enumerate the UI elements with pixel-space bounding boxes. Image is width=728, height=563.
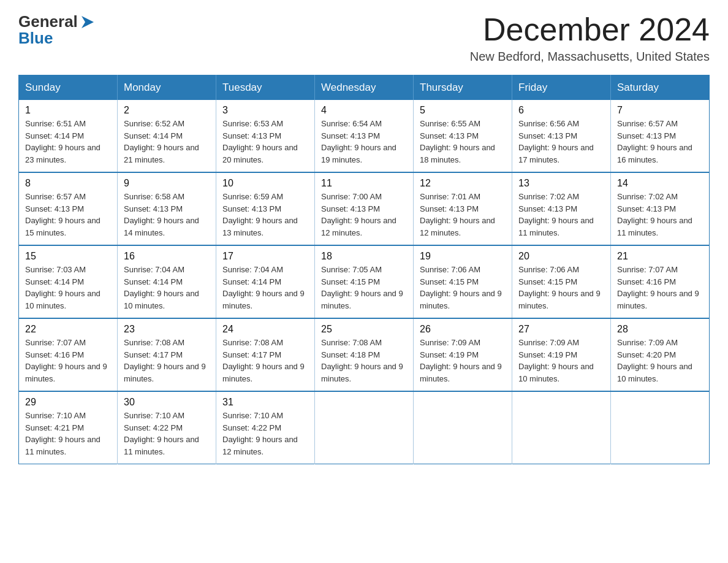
day-info: Sunrise: 6:58 AMSunset: 4:13 PMDaylight:…: [124, 191, 210, 239]
logo-text-blue: Blue: [18, 29, 53, 48]
page-title: December 2024: [470, 12, 710, 47]
calendar-day-cell: 7Sunrise: 6:57 AMSunset: 4:13 PMDaylight…: [611, 100, 710, 172]
day-number: 6: [518, 105, 604, 116]
day-info: Sunrise: 7:10 AMSunset: 4:22 PMDaylight:…: [222, 410, 308, 458]
calendar-day-cell: 10Sunrise: 6:59 AMSunset: 4:13 PMDayligh…: [216, 172, 315, 245]
calendar-week-row: 1Sunrise: 6:51 AMSunset: 4:14 PMDaylight…: [19, 100, 710, 172]
calendar-week-row: 15Sunrise: 7:03 AMSunset: 4:14 PMDayligh…: [19, 245, 710, 318]
day-number: 24: [222, 324, 308, 335]
calendar-day-cell: 4Sunrise: 6:54 AMSunset: 4:13 PMDaylight…: [315, 100, 414, 172]
day-info: Sunrise: 7:10 AMSunset: 4:21 PMDaylight:…: [25, 410, 111, 458]
day-number: 15: [25, 251, 111, 262]
day-number: 23: [124, 324, 210, 335]
day-number: 22: [25, 324, 111, 335]
svg-marker-0: [82, 16, 94, 28]
day-number: 14: [617, 178, 703, 189]
day-info: Sunrise: 6:54 AMSunset: 4:13 PMDaylight:…: [321, 118, 407, 166]
calendar-day-cell: 24Sunrise: 7:08 AMSunset: 4:17 PMDayligh…: [216, 318, 315, 391]
day-number: 16: [124, 251, 210, 262]
day-info: Sunrise: 7:07 AMSunset: 4:16 PMDaylight:…: [617, 264, 703, 312]
calendar-day-cell: [611, 391, 710, 464]
calendar-day-cell: 30Sunrise: 7:10 AMSunset: 4:22 PMDayligh…: [118, 391, 216, 464]
day-number: 12: [420, 178, 506, 189]
calendar-day-cell: 13Sunrise: 7:02 AMSunset: 4:13 PMDayligh…: [512, 172, 611, 245]
day-number: 19: [420, 251, 506, 262]
day-info: Sunrise: 7:02 AMSunset: 4:13 PMDaylight:…: [617, 191, 703, 239]
day-info: Sunrise: 6:53 AMSunset: 4:13 PMDaylight:…: [222, 118, 308, 166]
day-info: Sunrise: 7:03 AMSunset: 4:14 PMDaylight:…: [25, 264, 111, 312]
calendar-day-cell: 9Sunrise: 6:58 AMSunset: 4:13 PMDaylight…: [118, 172, 216, 245]
day-info: Sunrise: 7:09 AMSunset: 4:19 PMDaylight:…: [518, 337, 604, 385]
calendar-day-cell: 18Sunrise: 7:05 AMSunset: 4:15 PMDayligh…: [315, 245, 414, 318]
weekday-header-tuesday: Tuesday: [216, 75, 315, 101]
day-number: 9: [124, 178, 210, 189]
calendar-day-cell: 15Sunrise: 7:03 AMSunset: 4:14 PMDayligh…: [19, 245, 118, 318]
day-info: Sunrise: 7:04 AMSunset: 4:14 PMDaylight:…: [124, 264, 210, 312]
calendar-day-cell: 2Sunrise: 6:52 AMSunset: 4:14 PMDaylight…: [118, 100, 216, 172]
weekday-header-saturday: Saturday: [611, 75, 710, 101]
weekday-header-wednesday: Wednesday: [315, 75, 414, 101]
calendar-day-cell: 6Sunrise: 6:56 AMSunset: 4:13 PMDaylight…: [512, 100, 611, 172]
day-number: 31: [222, 397, 308, 408]
day-info: Sunrise: 6:52 AMSunset: 4:14 PMDaylight:…: [124, 118, 210, 166]
day-info: Sunrise: 7:05 AMSunset: 4:15 PMDaylight:…: [321, 264, 407, 312]
calendar-day-cell: [414, 391, 512, 464]
calendar-day-cell: 20Sunrise: 7:06 AMSunset: 4:15 PMDayligh…: [512, 245, 611, 318]
calendar-table: SundayMondayTuesdayWednesdayThursdayFrid…: [18, 75, 710, 464]
calendar-day-cell: 27Sunrise: 7:09 AMSunset: 4:19 PMDayligh…: [512, 318, 611, 391]
day-number: 26: [420, 324, 506, 335]
day-number: 29: [25, 397, 111, 408]
calendar-day-cell: 19Sunrise: 7:06 AMSunset: 4:15 PMDayligh…: [414, 245, 512, 318]
calendar-day-cell: 29Sunrise: 7:10 AMSunset: 4:21 PMDayligh…: [19, 391, 118, 464]
calendar-day-cell: 31Sunrise: 7:10 AMSunset: 4:22 PMDayligh…: [216, 391, 315, 464]
day-number: 10: [222, 178, 308, 189]
weekday-header-sunday: Sunday: [19, 75, 118, 101]
calendar-day-cell: 16Sunrise: 7:04 AMSunset: 4:14 PMDayligh…: [118, 245, 216, 318]
day-number: 13: [518, 178, 604, 189]
calendar-day-cell: 14Sunrise: 7:02 AMSunset: 4:13 PMDayligh…: [611, 172, 710, 245]
weekday-header-monday: Monday: [118, 75, 216, 101]
day-number: 25: [321, 324, 407, 335]
day-number: 8: [25, 178, 111, 189]
calendar-day-cell: 23Sunrise: 7:08 AMSunset: 4:17 PMDayligh…: [118, 318, 216, 391]
day-info: Sunrise: 7:07 AMSunset: 4:16 PMDaylight:…: [25, 337, 111, 385]
day-info: Sunrise: 7:08 AMSunset: 4:18 PMDaylight:…: [321, 337, 407, 385]
day-number: 2: [124, 105, 210, 116]
day-info: Sunrise: 7:00 AMSunset: 4:13 PMDaylight:…: [321, 191, 407, 239]
day-number: 17: [222, 251, 308, 262]
calendar-week-row: 22Sunrise: 7:07 AMSunset: 4:16 PMDayligh…: [19, 318, 710, 391]
calendar-week-row: 29Sunrise: 7:10 AMSunset: 4:21 PMDayligh…: [19, 391, 710, 464]
calendar-day-cell: 11Sunrise: 7:00 AMSunset: 4:13 PMDayligh…: [315, 172, 414, 245]
calendar-day-cell: 21Sunrise: 7:07 AMSunset: 4:16 PMDayligh…: [611, 245, 710, 318]
day-info: Sunrise: 7:08 AMSunset: 4:17 PMDaylight:…: [124, 337, 210, 385]
weekday-header-friday: Friday: [512, 75, 611, 101]
title-area: December 2024 New Bedford, Massachusetts…: [470, 12, 710, 64]
calendar-day-cell: 5Sunrise: 6:55 AMSunset: 4:13 PMDaylight…: [414, 100, 512, 172]
day-number: 30: [124, 397, 210, 408]
calendar-day-cell: 25Sunrise: 7:08 AMSunset: 4:18 PMDayligh…: [315, 318, 414, 391]
day-info: Sunrise: 7:02 AMSunset: 4:13 PMDaylight:…: [518, 191, 604, 239]
day-number: 27: [518, 324, 604, 335]
day-info: Sunrise: 6:57 AMSunset: 4:13 PMDaylight:…: [617, 118, 703, 166]
day-info: Sunrise: 6:55 AMSunset: 4:13 PMDaylight:…: [420, 118, 506, 166]
day-info: Sunrise: 7:01 AMSunset: 4:13 PMDaylight:…: [420, 191, 506, 239]
day-number: 1: [25, 105, 111, 116]
day-info: Sunrise: 7:06 AMSunset: 4:15 PMDaylight:…: [420, 264, 506, 312]
day-info: Sunrise: 7:10 AMSunset: 4:22 PMDaylight:…: [124, 410, 210, 458]
day-number: 7: [617, 105, 703, 116]
day-info: Sunrise: 7:06 AMSunset: 4:15 PMDaylight:…: [518, 264, 604, 312]
calendar-day-cell: 22Sunrise: 7:07 AMSunset: 4:16 PMDayligh…: [19, 318, 118, 391]
calendar-day-cell: [315, 391, 414, 464]
logo: General Blue: [18, 12, 96, 48]
day-number: 5: [420, 105, 506, 116]
day-number: 3: [222, 105, 308, 116]
calendar-day-cell: 17Sunrise: 7:04 AMSunset: 4:14 PMDayligh…: [216, 245, 315, 318]
calendar-week-row: 8Sunrise: 6:57 AMSunset: 4:13 PMDaylight…: [19, 172, 710, 245]
calendar-day-cell: 8Sunrise: 6:57 AMSunset: 4:13 PMDaylight…: [19, 172, 118, 245]
logo-icon: [79, 13, 96, 31]
day-info: Sunrise: 6:57 AMSunset: 4:13 PMDaylight:…: [25, 191, 111, 239]
day-info: Sunrise: 7:09 AMSunset: 4:20 PMDaylight:…: [617, 337, 703, 385]
day-number: 28: [617, 324, 703, 335]
calendar-day-cell: 3Sunrise: 6:53 AMSunset: 4:13 PMDaylight…: [216, 100, 315, 172]
day-info: Sunrise: 6:51 AMSunset: 4:14 PMDaylight:…: [25, 118, 111, 166]
